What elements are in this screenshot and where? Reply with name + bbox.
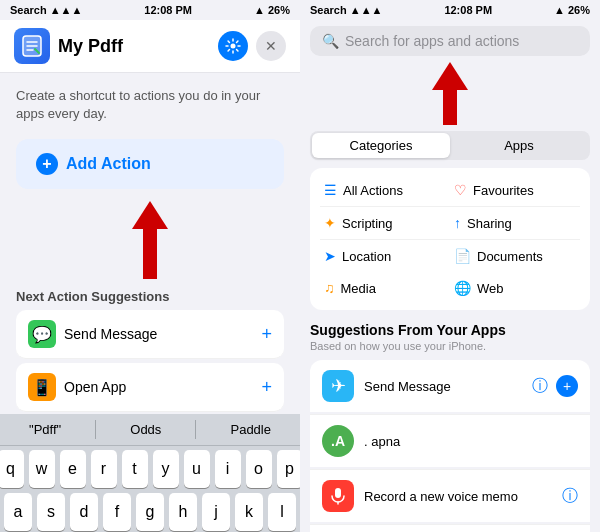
tab-apps[interactable]: Apps <box>450 133 588 158</box>
app-header: My Pdff ✕ <box>0 20 300 73</box>
autocomplete-bar: "Pdff" Odds Paddle <box>0 414 300 446</box>
key-j[interactable]: j <box>202 493 230 531</box>
right-status-left: Search ▲▲▲ <box>310 4 382 16</box>
key-s[interactable]: s <box>37 493 65 531</box>
category-all-actions[interactable]: ☰ All Actions <box>320 174 450 207</box>
scripting-label: Scripting <box>342 216 393 231</box>
scripting-icon: ✦ <box>324 215 336 231</box>
autocomplete-1[interactable]: "Pdff" <box>21 420 69 439</box>
favourites-icon: ♡ <box>454 182 467 198</box>
suggestion-left-2: 📱 Open App <box>28 373 126 401</box>
app-header-left: My Pdff <box>14 28 123 64</box>
tab-categories[interactable]: Categories <box>312 133 450 158</box>
divider-2 <box>195 420 196 439</box>
left-status-bar: Search ▲▲▲ 12:08 PM ▲ 26% <box>0 0 300 20</box>
right-signal: ▲▲▲ <box>350 4 383 16</box>
key-f[interactable]: f <box>103 493 131 531</box>
autocomplete-3[interactable]: Paddle <box>222 420 278 439</box>
key-e[interactable]: e <box>60 450 86 488</box>
sug-info-3[interactable]: ⓘ <box>562 486 578 507</box>
all-actions-icon: ☰ <box>324 182 337 198</box>
key-l[interactable]: l <box>268 493 296 531</box>
header-actions: ✕ <box>218 31 286 61</box>
suggestion-add-1[interactable]: + <box>261 324 272 345</box>
location-label: Location <box>342 249 391 264</box>
add-action-button[interactable]: + Add Action <box>16 139 284 189</box>
key-t[interactable]: t <box>122 450 148 488</box>
suggestion-send-message[interactable]: 💬 Send Message + <box>16 310 284 359</box>
sug-left-2: .A . apna <box>322 425 400 457</box>
key-row-1: q w e r t y u i o p <box>4 450 296 488</box>
key-o[interactable]: o <box>246 450 272 488</box>
suggestion-open-app[interactable]: 📱 Open App + <box>16 363 284 412</box>
sug-actions-1: ⓘ + <box>532 375 578 397</box>
key-y[interactable]: y <box>153 450 179 488</box>
settings-button[interactable] <box>218 31 248 61</box>
key-a[interactable]: a <box>4 493 32 531</box>
search-bar-container: 🔍 Search for apps and actions <box>300 20 600 60</box>
sug-left-1: ✈ Send Message <box>322 370 451 402</box>
suggestion-icon-message: 💬 <box>28 320 56 348</box>
suggestions-header: Suggestions From Your Apps <box>300 314 600 340</box>
next-actions-label: Next Action Suggestions <box>0 283 300 308</box>
sharing-icon: ↑ <box>454 215 461 231</box>
voice-memo-icon <box>322 480 354 512</box>
right-suggestion-listen-memo[interactable]: Listen to my most recent voice memo ⓘ <box>310 524 590 532</box>
key-w[interactable]: w <box>29 450 55 488</box>
right-status-bar: Search ▲▲▲ 12:08 PM ▲ 26% <box>300 0 600 20</box>
left-search-label: Search <box>10 4 47 16</box>
category-favourites[interactable]: ♡ Favourites <box>450 174 580 207</box>
categories-grid: ☰ All Actions ♡ Favourites ✦ Scripting ↑… <box>310 168 590 310</box>
sug-left-3: Record a new voice memo <box>322 480 518 512</box>
signal-icon: ▲▲▲ <box>50 4 83 16</box>
media-icon: ♫ <box>324 280 335 296</box>
key-r[interactable]: r <box>91 450 117 488</box>
close-button[interactable]: ✕ <box>256 31 286 61</box>
search-bar[interactable]: 🔍 Search for apps and actions <box>310 26 590 56</box>
sug-name-1: Send Message <box>364 379 451 394</box>
category-sharing[interactable]: ↑ Sharing <box>450 207 580 240</box>
left-battery: ▲ 26% <box>254 4 290 16</box>
key-row-2: a s d f g h j k l <box>4 493 296 531</box>
suggestion-icon-app: 📱 <box>28 373 56 401</box>
key-d[interactable]: d <box>70 493 98 531</box>
svg-rect-3 <box>335 488 341 498</box>
right-arrow-head <box>432 62 468 90</box>
category-web[interactable]: 🌐 Web <box>450 272 580 304</box>
suggestion-name-1: Send Message <box>64 326 157 342</box>
app-icon <box>14 28 50 64</box>
red-arrow-left <box>132 201 168 279</box>
suggestion-add-2[interactable]: + <box>261 377 272 398</box>
left-time: 12:08 PM <box>144 4 192 16</box>
right-suggestion-apna[interactable]: .A . apna <box>310 414 590 467</box>
sug-name-2: . apna <box>364 434 400 449</box>
key-u[interactable]: u <box>184 450 210 488</box>
key-h[interactable]: h <box>169 493 197 531</box>
key-q[interactable]: q <box>0 450 24 488</box>
key-i[interactable]: i <box>215 450 241 488</box>
sug-info-1[interactable]: ⓘ <box>532 376 548 397</box>
apna-icon: .A <box>322 425 354 457</box>
category-location[interactable]: ➤ Location <box>320 240 450 272</box>
right-panel: Search ▲▲▲ 12:08 PM ▲ 26% 🔍 Search for a… <box>300 0 600 532</box>
autocomplete-2[interactable]: Odds <box>122 420 169 439</box>
right-suggestion-voice-memo[interactable]: Record a new voice memo ⓘ <box>310 469 590 522</box>
media-label: Media <box>341 281 376 296</box>
category-documents[interactable]: 📄 Documents <box>450 240 580 272</box>
all-actions-label: All Actions <box>343 183 403 198</box>
documents-icon: 📄 <box>454 248 471 264</box>
key-g[interactable]: g <box>136 493 164 531</box>
sug-add-1[interactable]: + <box>556 375 578 397</box>
add-action-label: Add Action <box>66 155 151 173</box>
description: Create a shortcut to actions you do in y… <box>0 73 300 131</box>
right-time: 12:08 PM <box>444 4 492 16</box>
web-icon: 🌐 <box>454 280 471 296</box>
category-scripting[interactable]: ✦ Scripting <box>320 207 450 240</box>
key-p[interactable]: p <box>277 450 301 488</box>
arrow-shaft <box>143 229 157 279</box>
category-media[interactable]: ♫ Media <box>320 272 450 304</box>
right-suggestion-send-message[interactable]: ✈ Send Message ⓘ + <box>310 360 590 412</box>
key-k[interactable]: k <box>235 493 263 531</box>
keyboard-rows: q w e r t y u i o p a s d f g h j k l <box>0 446 300 532</box>
web-label: Web <box>477 281 504 296</box>
